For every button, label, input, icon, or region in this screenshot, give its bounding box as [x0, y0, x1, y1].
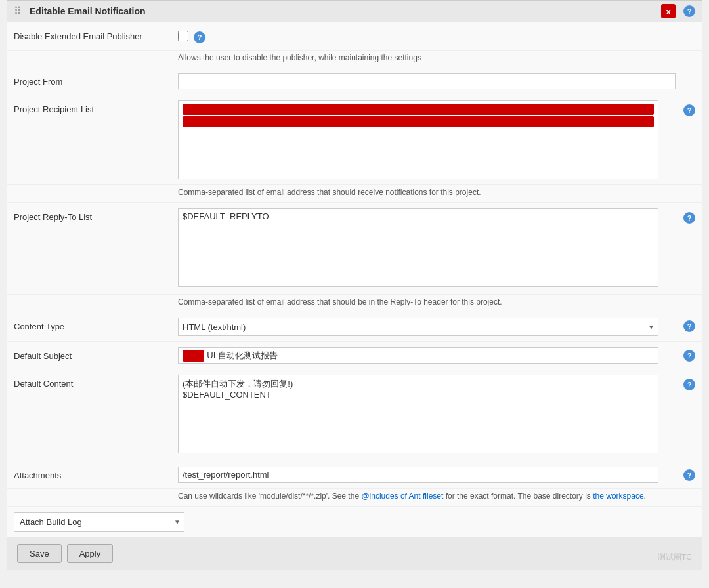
reply-to-hint-row: Comma-separated list of email address th…: [7, 295, 702, 312]
disable-help-icon[interactable]: ?: [194, 32, 205, 43]
disable-checkbox[interactable]: [178, 31, 188, 41]
default-content-row: Default Content $(本邮件自动下发，请勿回复!) $DEFAUL…: [7, 369, 702, 461]
default-content-help-icon[interactable]: ?: [683, 379, 695, 390]
reply-to-help-icon[interactable]: ?: [683, 212, 695, 224]
project-from-control: [178, 73, 676, 89]
content-type-select[interactable]: HTML (text/html) Text (text/plain) Both …: [178, 318, 658, 336]
recipient-help-icon[interactable]: ?: [683, 104, 695, 116]
default-subject-input-wrapper: [178, 347, 658, 364]
header-help-icon[interactable]: ?: [683, 5, 695, 17]
attachments-row: Attachments ?: [7, 461, 702, 489]
content-type-control: HTML (text/html) Text (text/plain) Both …: [178, 318, 658, 336]
attachments-hint-middle: for the exact format. The base directory…: [443, 492, 593, 501]
project-from-label: Project From: [14, 73, 178, 87]
content-type-row: Content Type HTML (text/html) Text (text…: [7, 312, 702, 342]
panel-title: Editable Email Notification: [30, 6, 695, 16]
project-from-row: Project From: [7, 68, 702, 95]
save-button[interactable]: Save: [17, 544, 62, 563]
recipient-list-row: Project Recipient List ████████████.com …: [7, 95, 702, 185]
disable-label: Disable Extended Email Publisher: [14, 32, 178, 41]
attachments-control: [178, 467, 658, 483]
attachments-hint-before: Can use wildcards like 'module/dist/**/*…: [178, 492, 361, 501]
content-type-help-icon[interactable]: ?: [683, 320, 695, 332]
default-subject-row: Default Subject ?: [7, 342, 702, 369]
attachments-hint-after: .: [644, 492, 646, 501]
attach-build-log-select[interactable]: Attach Build Log No Compress Log Don't A…: [14, 512, 184, 532]
default-subject-tag: [183, 350, 204, 362]
attachments-hint-row: Can use wildcards like 'module/dist/**/*…: [7, 489, 702, 507]
recipient-list-control: ████████████.com ████████.com: [178, 100, 658, 179]
attachments-hint: Can use wildcards like 'module/dist/**/*…: [178, 492, 646, 501]
default-subject-control: [178, 347, 658, 364]
page-wrapper: ⠿ Editable Email Notification x ? Disabl…: [0, 0, 709, 588]
recipient-hint-row: Comma-separated list of email address th…: [7, 185, 702, 203]
attach-build-log-control: Attach Build Log No Compress Log Don't A…: [14, 512, 184, 532]
recipient-box[interactable]: ████████████.com ████████.com: [178, 100, 658, 179]
default-content-textarea[interactable]: $(本邮件自动下发，请勿回复!) $DEFAULT_CONTENT: [178, 375, 658, 453]
panel-header: ⠿ Editable Email Notification x ?: [7, 1, 702, 22]
panel-body: Disable Extended Email Publisher ? Allow…: [7, 22, 702, 537]
close-button[interactable]: x: [661, 4, 676, 18]
reply-to-textarea[interactable]: $DEFAULT_REPLYTO: [178, 208, 658, 287]
attachments-input[interactable]: [178, 467, 658, 483]
attachments-link1[interactable]: @includes of Ant fileset: [361, 492, 443, 501]
recipient-hint: Comma-separated list of email address th…: [178, 188, 481, 197]
attach-build-log-row: Attach Build Log No Compress Log Don't A…: [7, 507, 702, 537]
recipient-list-label: Project Recipient List: [14, 100, 178, 114]
footer-bar: Save Apply 测试圈TC: [7, 537, 702, 570]
watermark: 测试圈TC: [658, 552, 692, 563]
reply-to-control: $DEFAULT_REPLYTO: [178, 208, 658, 289]
default-subject-label: Default Subject: [14, 347, 178, 361]
attachments-label: Attachments: [14, 467, 178, 480]
attachments-help-icon[interactable]: ?: [683, 469, 695, 481]
default-subject-help-icon[interactable]: ?: [683, 350, 695, 362]
email1: ████████████.com: [183, 104, 654, 115]
disable-hint: Allows the user to disable the publisher…: [7, 51, 702, 68]
email2: ████████.com: [183, 116, 654, 127]
default-subject-input[interactable]: [207, 349, 654, 362]
panel: ⠿ Editable Email Notification x ? Disabl…: [7, 0, 702, 570]
reply-to-hint: Comma-separated list of email address th…: [178, 297, 502, 306]
default-content-label: Default Content: [14, 375, 178, 388]
project-from-input[interactable]: [178, 73, 676, 89]
content-type-label: Content Type: [14, 318, 178, 331]
default-content-control: $(本邮件自动下发，请勿回复!) $DEFAULT_CONTENT: [178, 375, 658, 455]
apply-button[interactable]: Apply: [67, 544, 114, 563]
reply-to-label: Project Reply-To List: [14, 208, 178, 222]
disable-row: Disable Extended Email Publisher ?: [7, 22, 702, 51]
drag-handle[interactable]: ⠿: [14, 6, 24, 16]
reply-to-row: Project Reply-To List $DEFAULT_REPLYTO ?: [7, 203, 702, 295]
attachments-link2[interactable]: the workspace: [593, 492, 643, 501]
